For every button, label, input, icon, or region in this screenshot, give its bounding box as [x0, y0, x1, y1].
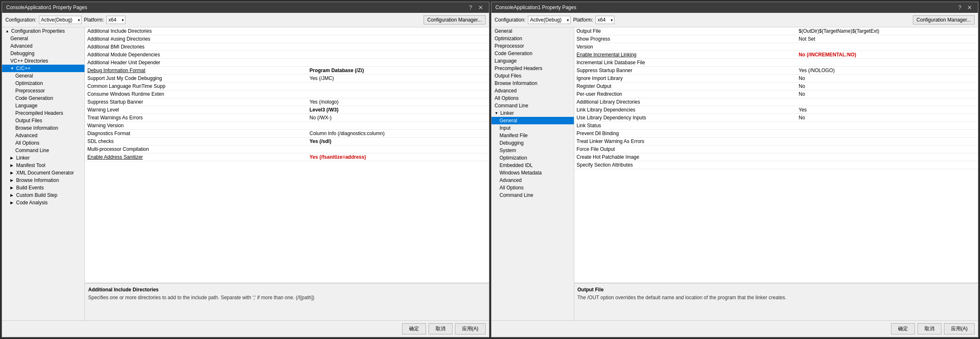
r-tree-item-linker-advanced[interactable]: Advanced	[491, 177, 574, 184]
prop-value[interactable]	[796, 98, 978, 106]
prop-name[interactable]: Multi-processor Compilation	[85, 145, 307, 153]
prop-value[interactable]	[307, 51, 489, 59]
prop-name[interactable]: Additional BMI Directories	[85, 43, 307, 51]
prop-value[interactable]	[796, 59, 978, 67]
right-cancel-button[interactable]: 取消	[917, 323, 941, 334]
tree-item-linker[interactable]: ▶ Linker	[2, 154, 84, 162]
prop-name[interactable]: SDL checks	[85, 138, 307, 145]
prop-value[interactable]	[307, 82, 489, 90]
r-tree-item-linker-manifest[interactable]: Manifest File	[491, 132, 574, 139]
prop-name[interactable]: Diagnostics Format	[85, 130, 307, 138]
prop-value[interactable]: Level3 (/W3)	[307, 106, 489, 114]
tree-item-cpp[interactable]: ▼ C/C++	[2, 65, 84, 72]
prop-value[interactable]	[307, 27, 489, 35]
r-tree-item-linker-grp[interactable]: ▼ Linker	[491, 109, 574, 117]
prop-name[interactable]: Enable Address Sanitizer	[85, 153, 307, 161]
left-ok-button[interactable]: 确定	[402, 323, 426, 334]
r-tree-item-linker-cmdline[interactable]: Command Line	[491, 191, 574, 199]
prop-value[interactable]: No (/WX-)	[307, 114, 489, 122]
prop-value[interactable]	[307, 145, 489, 153]
prop-name[interactable]: Warning Version	[85, 122, 307, 130]
prop-name[interactable]: Suppress Startup Banner	[85, 98, 307, 106]
prop-name[interactable]: Link Status	[574, 122, 797, 130]
prop-value[interactable]	[307, 59, 489, 67]
prop-value[interactable]: $(OutDir)$(TargetName)$(TargetExt)	[796, 27, 978, 35]
r-tree-item-codegen[interactable]: Code Generation	[491, 50, 574, 57]
tree-item-cpp-preprocessor[interactable]: Preprocessor	[2, 87, 84, 94]
r-tree-item-precompiled[interactable]: Precompiled Headers	[491, 65, 574, 72]
prop-name[interactable]: Output File	[574, 27, 797, 35]
prop-name[interactable]: Additional Include Directories	[85, 27, 307, 35]
r-tree-item-linker-general[interactable]: General	[491, 117, 574, 124]
r-tree-item-linker-winmeta[interactable]: Windows Metadata	[491, 169, 574, 177]
prop-name[interactable]: Additional Library Directories	[574, 98, 797, 106]
prop-name[interactable]: Version	[574, 43, 797, 51]
tree-item-cpp-allopts[interactable]: All Options	[2, 139, 84, 147]
prop-value[interactable]	[796, 43, 978, 51]
tree-item-debugging[interactable]: Debugging	[2, 50, 84, 57]
right-platform-select-wrap[interactable]: x64	[595, 16, 614, 24]
tree-item-advanced[interactable]: Advanced	[2, 42, 84, 50]
prop-name[interactable]: Additional Module Dependencies	[85, 51, 307, 59]
prop-value[interactable]	[796, 145, 978, 153]
r-tree-item-cmdline[interactable]: Command Line	[491, 102, 574, 109]
prop-name[interactable]: Enable Incremental Linking	[574, 51, 797, 59]
prop-name[interactable]: Show Progress	[574, 35, 797, 43]
tree-item-custom-build[interactable]: ▶ Custom Build Step	[2, 191, 84, 199]
prop-value[interactable]: Column Info (/diagnostics:column)	[307, 130, 489, 138]
right-config-select-wrap[interactable]: Active(Debug)	[528, 16, 571, 24]
prop-name[interactable]: Support Just My Code Debugging	[85, 75, 307, 82]
r-tree-item-linker-allopts[interactable]: All Options	[491, 184, 574, 191]
prop-name[interactable]: Link Library Dependencies	[574, 106, 797, 114]
prop-name[interactable]: Register Output	[574, 82, 797, 90]
prop-name[interactable]: Consume Windows Runtime Exten	[85, 90, 307, 98]
prop-name[interactable]: Use Library Dependency Inputs	[574, 114, 797, 122]
left-cancel-button[interactable]: 取消	[429, 323, 453, 334]
prop-value[interactable]	[307, 43, 489, 51]
r-tree-item-advanced[interactable]: Advanced	[491, 87, 574, 94]
tree-item-cpp-advanced[interactable]: Advanced	[2, 132, 84, 139]
prop-value[interactable]	[307, 122, 489, 130]
right-config-manager-button[interactable]: Configuration Manager...	[913, 15, 975, 24]
prop-name[interactable]: Additional Header Unit Depender	[85, 59, 307, 67]
prop-value[interactable]: No	[796, 75, 978, 82]
left-apply-button[interactable]: 应用(A)	[455, 323, 486, 334]
prop-value[interactable]	[796, 161, 978, 169]
prop-name[interactable]: Force File Output	[574, 145, 797, 153]
right-platform-select[interactable]: x64	[595, 16, 614, 24]
tree-item-manifest-tool[interactable]: ▶ Manifest Tool	[2, 162, 84, 169]
left-config-select[interactable]: Active(Debug)	[39, 16, 82, 24]
prop-value[interactable]: No (/INCREMENTAL:NO)	[796, 51, 978, 59]
r-tree-item-linker-embedded[interactable]: Embedded IDL	[491, 162, 574, 169]
prop-name[interactable]: Create Hot Patchable Image	[574, 153, 797, 161]
prop-value[interactable]	[796, 138, 978, 145]
tree-item-cpp-precompiled[interactable]: Precompiled Headers	[2, 109, 84, 117]
prop-name[interactable]: Incremental Link Database File	[574, 59, 797, 67]
left-platform-select[interactable]: x64	[106, 16, 125, 24]
tree-item-browse-info[interactable]: ▶ Browse Information	[2, 177, 84, 184]
prop-value[interactable]: No	[796, 82, 978, 90]
left-help-button[interactable]: ?	[467, 5, 474, 10]
r-tree-item-general[interactable]: General	[491, 27, 574, 35]
prop-value[interactable]: Yes (/sdl)	[307, 138, 489, 145]
prop-name[interactable]: Warning Level	[85, 106, 307, 114]
left-platform-select-wrap[interactable]: x64	[106, 16, 125, 24]
tree-item-cpp-general[interactable]: General	[2, 72, 84, 80]
r-tree-item-linker-debugging[interactable]: Debugging	[491, 139, 574, 147]
tree-item-vc-dirs[interactable]: VC++ Directories	[2, 57, 84, 65]
right-apply-button[interactable]: 应用(A)	[944, 323, 975, 334]
prop-value[interactable]	[796, 153, 978, 161]
r-tree-item-browse[interactable]: Browse Information	[491, 80, 574, 87]
r-tree-item-language[interactable]: Language	[491, 57, 574, 65]
tree-item-cpp-language[interactable]: Language	[2, 102, 84, 109]
left-close-button[interactable]: ✕	[477, 5, 485, 10]
prop-value[interactable]: Yes (/nologo)	[307, 98, 489, 106]
right-help-button[interactable]: ?	[956, 5, 963, 10]
prop-name[interactable]: Ignore Import Library	[574, 75, 797, 82]
prop-value[interactable]: Yes (/JMC)	[307, 75, 489, 82]
tree-item-cpp-browse[interactable]: Browse Information	[2, 124, 84, 132]
right-config-select[interactable]: Active(Debug)	[528, 16, 571, 24]
prop-value[interactable]	[796, 130, 978, 138]
tree-item-general[interactable]: General	[2, 35, 84, 42]
prop-value[interactable]: Yes (/NOLOGO)	[796, 67, 978, 75]
